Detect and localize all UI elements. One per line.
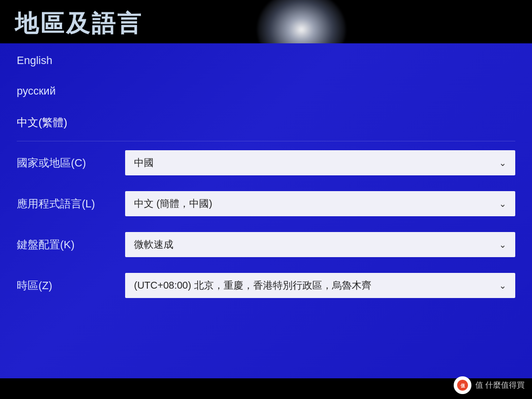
language-option-english[interactable]: English — [14, 43, 518, 76]
timezone-select-value: (UTC+08:00) 北京，重慶，香港特別行政區，烏魯木齊 — [134, 279, 371, 292]
language-option-chinese-trad[interactable]: 中文(繁體) — [14, 106, 518, 139]
app-lang-select-value: 中文 (簡體，中國) — [134, 197, 212, 210]
chevron-down-icon: ⌄ — [499, 239, 506, 250]
keyboard-select[interactable]: 微軟速成 ⌄ — [125, 232, 515, 257]
svg-text:值: 值 — [460, 383, 465, 388]
keyboard-row: 鍵盤配置(K) 微軟速成 ⌄ — [14, 225, 518, 264]
chevron-down-icon: ⌄ — [499, 158, 506, 168]
main-panel: English русский 中文(繁體) 國家或地區(C) 中國 ⌄ 應用程… — [0, 43, 532, 378]
country-label: 國家或地區(C) — [17, 156, 125, 170]
watermark-text: 值 什麼值得買 — [475, 380, 525, 391]
country-select-value: 中國 — [134, 156, 154, 169]
country-select[interactable]: 中國 ⌄ — [125, 150, 515, 175]
divider — [17, 141, 515, 141]
chevron-down-icon: ⌄ — [499, 199, 506, 209]
timezone-select[interactable]: (UTC+08:00) 北京，重慶，香港特別行政區，烏魯木齊 ⌄ — [125, 273, 515, 298]
page-title: 地區及語言 — [0, 8, 143, 39]
watermark-icon: 值 — [454, 376, 471, 394]
country-row: 國家或地區(C) 中國 ⌄ — [14, 143, 518, 182]
app-lang-select[interactable]: 中文 (簡體，中國) ⌄ — [125, 191, 515, 216]
timezone-row: 時區(Z) (UTC+08:00) 北京，重慶，香港特別行政區，烏魯木齊 ⌄ — [14, 266, 518, 305]
chevron-down-icon: ⌄ — [499, 280, 506, 291]
top-header: 地區及語言 — [0, 0, 532, 43]
light-decoration — [257, 0, 346, 43]
watermark-area: 值 值 什麼值得買 — [454, 376, 525, 394]
app-lang-row: 應用程式語言(L) 中文 (簡體，中國) ⌄ — [14, 184, 518, 223]
language-option-russian[interactable]: русский — [14, 76, 518, 106]
timezone-label: 時區(Z) — [17, 278, 125, 293]
app-lang-label: 應用程式語言(L) — [17, 197, 125, 211]
keyboard-label: 鍵盤配置(K) — [17, 237, 125, 252]
keyboard-select-value: 微軟速成 — [134, 238, 173, 251]
